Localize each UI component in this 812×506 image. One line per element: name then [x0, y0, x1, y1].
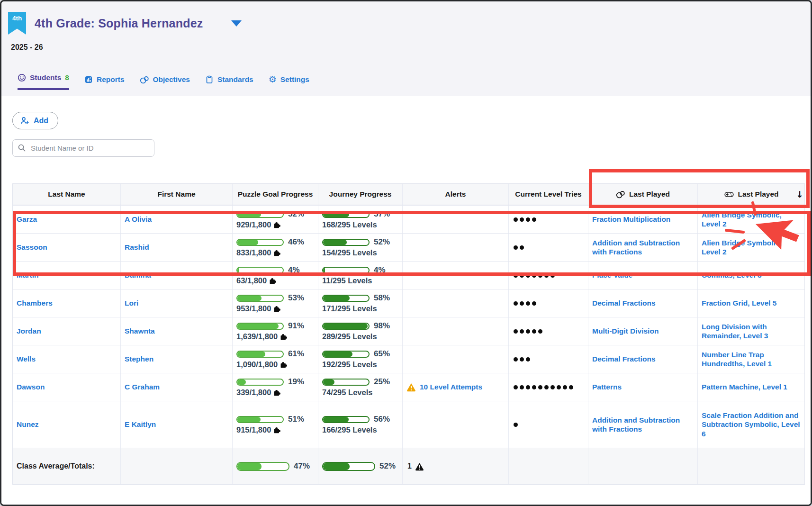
first-name-link[interactable]: Shawnta	[125, 326, 155, 335]
journey-percent: 98%	[374, 321, 390, 331]
tab-label: Settings	[280, 75, 309, 84]
last-name-link[interactable]: Dawson	[17, 382, 45, 391]
first-name-link[interactable]: Rashid	[125, 243, 149, 252]
report-icon	[84, 75, 93, 84]
add-button-label: Add	[34, 117, 48, 125]
first-name-link[interactable]: Lori	[125, 298, 138, 307]
tab-label: Students	[30, 73, 61, 82]
col-header-last-name[interactable]: Last Name	[13, 184, 120, 205]
table-row: Dawson C Graham 19% 339/1,800 25% 74/295…	[13, 373, 804, 401]
page-title: 4th Grade: Sophia Hernandez	[35, 17, 203, 30]
last-played-game-link[interactable]: Commas, Level 3	[702, 271, 762, 280]
puzzle-percent: 52%	[288, 209, 304, 219]
col-header-first-name[interactable]: First Name	[120, 184, 232, 205]
last-played-objective-link[interactable]: Place Value	[592, 271, 632, 280]
last-name-link[interactable]: Wells	[17, 354, 36, 363]
last-played-game-link[interactable]: Fraction Grid, Level 5	[702, 298, 777, 307]
last-played-objective-link[interactable]: Decimal Fractions	[592, 354, 656, 363]
warning-icon	[406, 382, 416, 392]
puzzle-fraction: 915/1,800	[236, 425, 271, 434]
table-row: Sassoon Rashid 46% 833/1,800 52% 154/295…	[13, 233, 804, 261]
first-name-link[interactable]: Stephen	[125, 354, 153, 363]
last-name-link[interactable]: Nunez	[17, 420, 39, 429]
puzzle-fraction: 953/1,800	[236, 304, 271, 313]
col-header-puzzle-goal[interactable]: Puzzle Goal Progress	[232, 184, 318, 205]
students-panel: Add Last Name First Name Puzzle Goal Pro…	[1, 96, 811, 505]
last-name-link[interactable]: Garza	[17, 215, 37, 224]
last-played-objective-link[interactable]: Patterns	[592, 382, 622, 391]
journey-fraction: 171/295 Levels	[322, 304, 377, 313]
last-played-objective-link[interactable]: Multi-Digit Division	[592, 326, 659, 335]
add-student-button[interactable]: Add	[12, 112, 58, 129]
journey-progress-bar	[322, 295, 370, 302]
tab-objectives[interactable]: Objectives	[140, 75, 190, 90]
puzzle-progress-bar	[236, 379, 284, 386]
last-played-game-link[interactable]: Pattern Machine, Level 1	[702, 382, 787, 391]
tab-label: Reports	[97, 75, 125, 84]
first-name-link[interactable]: A Olivia	[125, 215, 152, 224]
last-played-objective-link[interactable]: Decimal Fractions	[592, 298, 656, 307]
last-name-link[interactable]: Martin	[17, 271, 39, 280]
journey-progress-bar	[322, 351, 370, 358]
journey-fraction: 74/295 Levels	[322, 388, 372, 397]
col-header-alerts[interactable]: Alerts	[402, 184, 508, 205]
journey-percent: 58%	[374, 293, 390, 303]
tab-reports[interactable]: Reports	[84, 75, 125, 90]
student-search-input[interactable]	[12, 139, 154, 157]
col-header-journey[interactable]: Journey Progress	[318, 184, 402, 205]
puzzle-piece-icon	[269, 276, 277, 285]
puzzle-piece-icon	[273, 248, 281, 257]
puzzle-progress-bar	[236, 239, 284, 246]
puzzle-progress-bar	[236, 211, 284, 218]
objective-blob-icon	[616, 190, 625, 199]
last-played-objective-link[interactable]: Fraction Multiplication	[592, 215, 670, 224]
col-header-last-played-objective[interactable]: Last Played	[588, 184, 697, 205]
puzzle-progress-bar	[236, 351, 284, 358]
level-tries-dots	[514, 299, 538, 307]
journey-percent: 52%	[374, 237, 390, 247]
students-table: Last Name First Name Puzzle Goal Progres…	[12, 183, 805, 485]
tab-students[interactable]: Students 8	[18, 73, 69, 90]
alert-link[interactable]: 10 Level Attempts	[420, 382, 482, 391]
puzzle-fraction: 339/1,800	[236, 388, 271, 397]
class-puzzle-average-bar	[236, 462, 289, 471]
puzzle-progress-bar	[236, 323, 284, 330]
last-played-game-link[interactable]: Number Line Trap Hundredths, Level 1	[702, 350, 802, 369]
tab-settings[interactable]: ⚙ Settings	[269, 75, 309, 90]
last-name-link[interactable]: Jordan	[17, 326, 41, 335]
level-tries-dots	[514, 327, 544, 335]
first-name-link[interactable]: C Graham	[125, 382, 160, 391]
col-header-last-played-game[interactable]: Last Played ↓	[697, 184, 805, 205]
puzzle-percent: 53%	[288, 293, 304, 303]
table-header-row: Last Name First Name Puzzle Goal Progres…	[13, 184, 804, 205]
last-played-objective-link[interactable]: Addition and Subtraction with Fractions	[592, 238, 694, 257]
objectives-blob-icon	[140, 75, 149, 84]
tab-bar: Students 8 Reports Objectives Standards …	[18, 73, 811, 90]
first-name-link[interactable]: Damina	[125, 271, 151, 280]
journey-fraction: 154/295 Levels	[322, 248, 377, 257]
table-row: Chambers Lori 53% 953/1,800 58% 171/295 …	[13, 289, 804, 317]
puzzle-fraction: 1,090/1,800	[236, 360, 278, 369]
journey-fraction: 192/295 Levels	[322, 360, 377, 369]
class-puzzle-average-percent: 47%	[294, 461, 310, 471]
level-tries-dots	[514, 215, 538, 224]
last-played-game-link[interactable]: Alien Bridge Symbolic, Level 2	[702, 210, 802, 229]
last-name-link[interactable]: Chambers	[17, 298, 53, 307]
last-played-game-link[interactable]: Long Division with Remainder, Level 3	[702, 322, 802, 341]
last-played-objective-link[interactable]: Addition and Subtraction with Fractions	[592, 416, 694, 434]
col-header-current-level-tries[interactable]: Current Level Tries	[508, 184, 588, 205]
class-switcher-dropdown-icon[interactable]	[231, 20, 242, 27]
table-row: Martin Damina 4% 63/1,800 4% 11/295 Leve…	[13, 261, 804, 289]
first-name-link[interactable]: E Kaitlyn	[125, 420, 156, 429]
journey-progress-bar	[322, 239, 370, 246]
sort-descending-icon[interactable]: ↓	[796, 189, 803, 199]
puzzle-progress-bar	[236, 267, 284, 274]
tab-standards[interactable]: Standards	[205, 75, 253, 90]
last-name-link[interactable]: Sassoon	[17, 243, 47, 252]
last-played-game-link[interactable]: Alien Bridge Symbolic, Level 2	[702, 238, 802, 257]
puzzle-percent: 4%	[288, 265, 300, 275]
journey-progress-bar	[322, 211, 370, 218]
journey-percent: 65%	[374, 349, 390, 359]
last-played-game-link[interactable]: Scale Fraction Addition and Subtraction …	[702, 411, 802, 438]
table-row: Wells Stephen 61% 1,090/1,800 65% 192/29…	[13, 345, 804, 373]
